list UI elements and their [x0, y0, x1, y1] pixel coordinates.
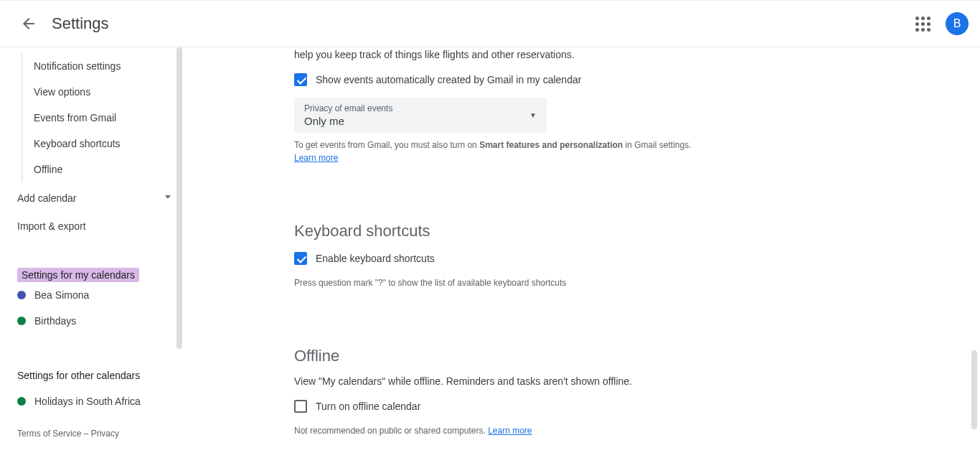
keyboard-shortcuts-checkbox[interactable] — [294, 252, 307, 265]
sidebar-calendar-birthdays[interactable]: Birthdays — [17, 308, 187, 334]
keyboard-shortcuts-section: Keyboard shortcuts Enable keyboard short… — [294, 222, 937, 289]
apps-button[interactable] — [908, 9, 937, 38]
header-actions: B — [908, 9, 969, 38]
calendar-label: Holidays in South Africa — [34, 396, 141, 407]
offline-section: Offline View "My calendars" while offlin… — [294, 347, 937, 437]
offline-checkbox[interactable] — [294, 400, 307, 413]
main-scrollbar[interactable] — [971, 350, 977, 429]
dropdown-arrow-icon: ▼ — [529, 111, 537, 119]
sidebar-item-offline[interactable]: Offline — [34, 156, 187, 182]
sidebar-import-export[interactable]: Import & export — [17, 213, 187, 239]
offline-checkbox-row: Turn on offline calendar — [294, 400, 937, 413]
sidebar-item-view-options[interactable]: View options — [34, 79, 187, 105]
sidebar-my-calendars-heading: Settings for my calendars — [17, 268, 139, 282]
chevron-down-icon — [161, 190, 175, 206]
sidebar-scrollbar[interactable] — [176, 47, 182, 349]
sidebar-calendar-bea-simona[interactable]: Bea Simona — [17, 282, 187, 308]
sidebar-item-keyboard-shortcuts[interactable]: Keyboard shortcuts — [34, 131, 187, 156]
offline-checkbox-label: Turn on offline calendar — [316, 401, 420, 412]
main-content: help you keep track of things like fligh… — [187, 47, 980, 458]
terms-link[interactable]: Terms of Service — [17, 429, 81, 439]
offline-help-text: Not recommended on public or shared comp… — [294, 424, 937, 437]
privacy-dropdown-value: Only me — [304, 115, 392, 127]
arrow-left-icon — [20, 15, 37, 32]
gmail-events-description: help you keep track of things like fligh… — [294, 47, 937, 62]
gmail-events-checkbox-row: Show events automatically created by Gma… — [294, 73, 937, 86]
keyboard-checkbox-label: Enable keyboard shortcuts — [316, 253, 435, 264]
calendar-color-dot — [17, 397, 26, 406]
calendar-label: Birthdays — [34, 315, 76, 327]
sidebar-item-notification-settings[interactable]: Notification settings — [34, 53, 187, 79]
sidebar-add-calendar[interactable]: Add calendar — [17, 182, 187, 213]
gmail-learn-more-link[interactable]: Learn more — [294, 153, 338, 163]
privacy-link[interactable]: Privacy — [91, 429, 119, 439]
gmail-events-checkbox-label: Show events automatically created by Gma… — [316, 74, 581, 85]
sidebar-add-calendar-label: Add calendar — [17, 192, 77, 204]
offline-title: Offline — [294, 347, 937, 365]
page-title: Settings — [52, 14, 109, 33]
gmail-help-text: To get events from Gmail, you must also … — [294, 139, 937, 164]
calendar-label: Bea Simona — [34, 289, 89, 301]
privacy-dropdown[interactable]: Privacy of email events Only me ▼ — [294, 98, 547, 133]
back-button[interactable] — [11, 6, 46, 41]
sidebar-other-calendars-heading: Settings for other calendars — [17, 363, 140, 388]
sidebar-footer: Terms of Service – Privacy — [17, 414, 187, 444]
keyboard-shortcuts-title: Keyboard shortcuts — [294, 222, 937, 240]
keyboard-checkbox-row: Enable keyboard shortcuts — [294, 252, 937, 265]
avatar[interactable]: B — [946, 12, 969, 35]
offline-learn-more-link[interactable]: Learn more — [488, 426, 532, 436]
sidebar: Notification settings View options Event… — [0, 47, 187, 458]
sidebar-item-events-from-gmail[interactable]: Events from Gmail — [34, 105, 187, 131]
apps-icon — [915, 17, 930, 32]
sidebar-general-subitems: Notification settings View options Event… — [22, 53, 187, 182]
calendar-color-dot — [17, 291, 26, 299]
sidebar-calendar-holidays-sa[interactable]: Holidays in South Africa — [17, 388, 187, 414]
gmail-events-checkbox[interactable] — [294, 73, 307, 86]
privacy-dropdown-label: Privacy of email events — [304, 103, 392, 113]
keyboard-help-text: Press question mark "?" to show the list… — [294, 276, 937, 289]
header: Settings B — [0, 0, 980, 47]
offline-description: View "My calendars" while offline. Remin… — [294, 374, 937, 388]
calendar-color-dot — [17, 317, 26, 325]
container: Notification settings View options Event… — [0, 47, 980, 458]
